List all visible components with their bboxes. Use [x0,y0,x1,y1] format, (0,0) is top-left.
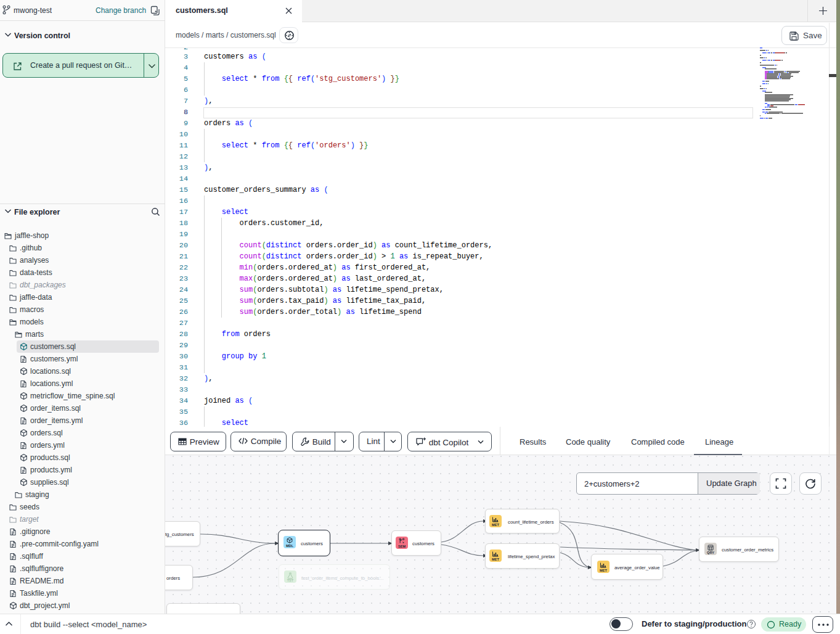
svg-text:MDL: MDL [286,544,294,548]
svg-text:SEM: SEM [398,545,406,548]
svg-text:MET: MET [492,523,499,527]
svg-text:QRY: QRY [707,551,714,554]
svg-text:MET: MET [600,569,607,572]
svg-text:MET: MET [492,558,499,561]
svg-text:TST: TST [287,578,294,582]
